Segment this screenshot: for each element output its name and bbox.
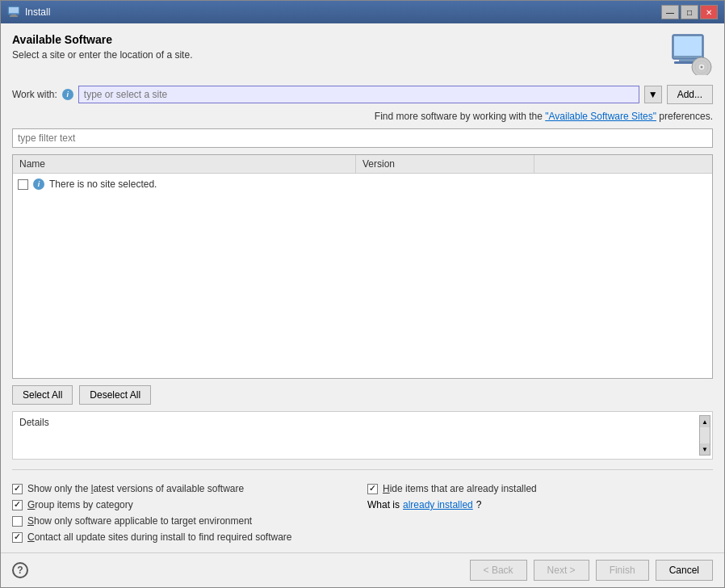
right-options: ✓ Hide items that are already installed … [367,483,713,543]
option-label-4[interactable]: Contact all update sites during install … [27,531,292,543]
hide-installed-label[interactable]: Hide items that are already installed [383,483,537,494]
deselect-all-button[interactable]: Deselect All [79,385,151,405]
page-title: Available Software [12,33,192,46]
already-installed-prefix: What is [367,499,400,510]
maximize-button[interactable]: □ [681,5,698,19]
site-input[interactable] [78,86,639,103]
option-label-1[interactable]: Show only the latest versions of availab… [27,483,244,494]
already-installed-suffix: ? [476,499,482,510]
find-more-prefix: Find more software by working with the [375,111,545,122]
finish-button[interactable]: Finish [596,560,649,581]
footer-left: ? [12,562,28,578]
select-all-button[interactable]: Select All [12,385,73,405]
option-row-4: ✓ Contact all update sites during instal… [12,531,358,543]
option-checkbox-4[interactable]: ✓ [12,532,23,543]
find-more-row: Find more software by working with the "… [12,111,713,122]
option-row-1: ✓ Show only the latest versions of avail… [12,483,358,494]
scroll-up-button[interactable]: ▲ [700,416,710,427]
left-options: ✓ Show only the latest versions of avail… [12,483,358,543]
table-body: i There is no site selected. [13,174,712,378]
dropdown-arrow[interactable]: ▼ [644,86,662,103]
find-more-suffix: preferences. [659,111,713,122]
computer-cd-icon [671,33,713,75]
table-header: Name Version [13,155,712,174]
option-label-2[interactable]: Group items by category [27,499,133,510]
version-column-header: Version [356,155,534,173]
divider [12,469,713,470]
options-section: ✓ Show only the latest versions of avail… [12,483,713,543]
already-installed-row: What is already installed ? [367,499,713,510]
row-checkbox[interactable] [18,179,28,190]
help-icon[interactable]: ? [12,562,28,578]
option-row-3: Show only software applicable to target … [12,515,358,527]
cancel-button[interactable]: Cancel [656,560,713,581]
no-site-message: There is no site selected. [49,178,157,190]
add-button[interactable]: Add... [667,85,713,104]
header-text: Available Software Select a site or ente… [12,33,192,61]
available-software-sites-link[interactable]: "Available Software Sites" [545,111,656,122]
page-subtitle: Select a site or enter the location of a… [12,49,192,61]
details-label: Details [19,417,49,428]
minimize-button[interactable]: — [661,5,679,19]
header-section: Available Software Select a site or ente… [12,33,713,75]
select-buttons: Select All Deselect All [12,385,713,405]
footer: ? < Back Next > Finish Cancel [1,552,724,587]
svg-rect-3 [11,15,16,15]
hide-installed-checkbox[interactable]: ✓ [367,484,378,494]
window-icon [7,6,20,19]
work-with-label: Work with: [12,89,57,100]
svg-rect-5 [674,36,702,56]
titlebar: Install — □ ✕ [1,1,724,23]
titlebar-left: Install [7,6,50,19]
footer-buttons: < Back Next > Finish Cancel [470,560,713,581]
option-row-2: ✓ Group items by category [12,499,358,510]
software-table: Name Version i There is no site selected… [12,154,713,379]
name-column-header: Name [13,155,356,173]
extra-column-header [534,155,712,173]
details-section: Details ▲ ▼ [12,411,713,460]
info-icon[interactable]: i [62,89,73,100]
svg-rect-1 [9,7,19,13]
svg-point-10 [701,66,703,69]
chevron-down-icon: ▼ [648,89,658,100]
row-info-icon: i [33,178,44,190]
main-content: Available Software Select a site or ente… [1,23,724,552]
filter-input[interactable] [12,128,713,148]
window-title: Install [25,6,50,18]
titlebar-buttons: — □ ✕ [661,5,718,19]
next-button[interactable]: Next > [534,560,589,581]
option-checkbox-3[interactable] [12,516,23,527]
work-with-row: Work with: i ▼ Add... [12,85,713,104]
header-icon [671,33,713,75]
table-row: i There is no site selected. [18,178,157,190]
option-label-3[interactable]: Show only software applicable to target … [27,515,252,527]
back-button[interactable]: < Back [470,560,527,581]
install-window: Install — □ ✕ Available Software Select … [0,0,725,588]
option-checkbox-2[interactable]: ✓ [12,500,23,510]
svg-rect-2 [10,15,18,17]
option-checkbox-1[interactable]: ✓ [12,484,23,494]
already-installed-link[interactable]: already installed [403,499,473,510]
details-scrollbar[interactable]: ▲ ▼ [699,415,710,456]
scroll-down-button[interactable]: ▼ [700,443,710,455]
hide-installed-row: ✓ Hide items that are already installed [367,483,713,494]
close-button[interactable]: ✕ [700,5,718,19]
